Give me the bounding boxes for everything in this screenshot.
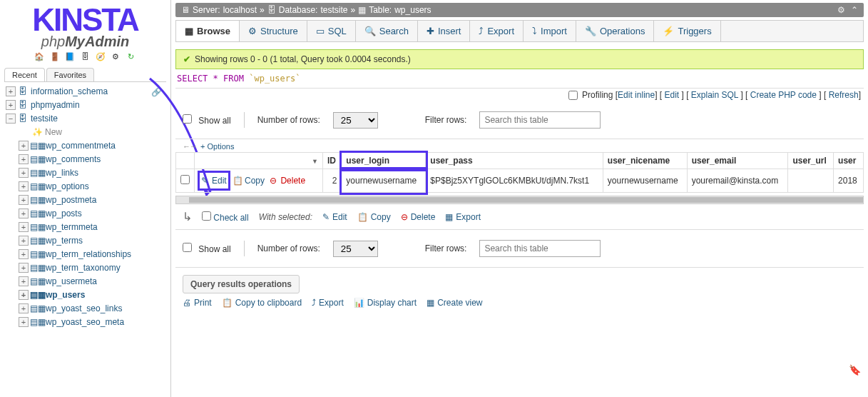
db-information_schema[interactable]: +🗄information_schema — [6, 85, 169, 99]
link-icon[interactable]: 🔗 — [151, 87, 162, 97]
browse-icon[interactable]: ▤ — [30, 168, 38, 178]
browse-icon[interactable]: ▤ — [30, 141, 38, 151]
expand-icon[interactable]: + — [6, 100, 16, 110]
horizontal-scrollbar[interactable] — [175, 196, 864, 204]
browse-icon[interactable]: ▤ — [30, 195, 38, 205]
collapse-icon[interactable]: ⌃ — [851, 5, 858, 15]
table-wp_yoast_seo_links[interactable]: +▤▦ wp_yoast_seo_links — [6, 302, 169, 316]
tab-search[interactable]: 🔍Search — [356, 21, 418, 41]
table-wp_term_relationships[interactable]: +▤▦ wp_term_relationships — [6, 248, 169, 261]
browse-icon[interactable]: ▤ — [30, 181, 38, 191]
tab-browse[interactable]: ▦Browse — [176, 21, 240, 41]
expand-icon[interactable]: + — [19, 181, 29, 191]
browse-icon[interactable]: ▤ — [30, 154, 38, 164]
qop-print[interactable]: 🖨Print — [183, 298, 212, 308]
cell-user-reg[interactable]: 2018 — [834, 169, 864, 193]
cell-user-nicename[interactable]: yournewusername — [603, 169, 687, 193]
tab-operations[interactable]: 🔧Operations — [576, 21, 655, 41]
create-php-link[interactable]: Create PHP code — [750, 90, 817, 100]
table-wp_comments[interactable]: +▤▦ wp_comments — [6, 153, 169, 166]
col-user-pass[interactable]: user_pass — [426, 153, 603, 169]
tab-structure[interactable]: ⚙Structure — [240, 21, 307, 41]
extra-options[interactable]: ← →+ Options — [175, 139, 864, 154]
cell-id[interactable]: 2 — [323, 169, 342, 193]
filter-input[interactable] — [479, 111, 601, 129]
browse-icon[interactable]: ▤ — [30, 290, 38, 300]
filter-input-2[interactable] — [479, 240, 601, 257]
col-id[interactable]: ID — [323, 153, 342, 169]
refresh-link[interactable]: Refresh — [829, 90, 859, 100]
table-wp_posts[interactable]: +▤▦ wp_posts — [6, 207, 169, 221]
expand-icon[interactable]: + — [19, 222, 29, 232]
sel-edit[interactable]: ✎Edit — [322, 212, 347, 222]
browse-icon[interactable]: ▤ — [30, 303, 38, 313]
table-wp_users[interactable]: +▤▦ wp_users — [6, 288, 169, 302]
breadcrumb-db[interactable]: testsite — [320, 5, 347, 15]
table-wp_links[interactable]: +▤▦ wp_links — [6, 166, 169, 180]
col-user-url[interactable]: user_url — [788, 153, 834, 169]
tab-import[interactable]: ⤵Import — [524, 21, 576, 41]
profiling-checkbox[interactable] — [568, 91, 578, 100]
tab-export[interactable]: ⤴Export — [470, 21, 524, 41]
table-wp_options[interactable]: +▤▦ wp_options — [6, 180, 169, 194]
col-user-reg[interactable]: user — [834, 153, 864, 169]
table-wp_term_taxonomy[interactable]: +▤▦ wp_term_taxonomy — [6, 261, 169, 275]
refresh-icon[interactable]: ↻ — [126, 52, 137, 64]
numrows-select-2[interactable]: 25 — [333, 241, 378, 257]
browse-icon[interactable]: ▤ — [30, 249, 38, 259]
numrows-select[interactable]: 25 — [333, 112, 378, 129]
sql-icon[interactable]: 🗄 — [80, 52, 91, 64]
expand-icon[interactable]: + — [19, 263, 29, 273]
browse-icon[interactable]: ▤ — [30, 276, 38, 286]
docs-icon[interactable]: 📘 — [64, 52, 76, 64]
tab-favorites[interactable]: Favorites — [46, 68, 94, 81]
table-wp_commentmeta[interactable]: +▤▦ wp_commentmeta — [6, 139, 169, 153]
showall-checkbox[interactable] — [183, 114, 192, 124]
home-icon[interactable]: 🏠 — [34, 52, 45, 64]
table-wp_usermeta[interactable]: +▤▦ wp_usermeta — [6, 275, 169, 288]
gear-icon[interactable]: ⚙ — [837, 5, 845, 15]
tab-insert[interactable]: ✚Insert — [418, 21, 471, 41]
edit-inline-link[interactable]: Edit inline — [618, 90, 655, 100]
cell-user-pass[interactable]: $P$Bjz5XYTglGOLc6KMBkUt/djMN.7kst1 — [426, 169, 603, 193]
qop-export[interactable]: ⤴Export — [312, 298, 344, 308]
table-wp_yoast_seo_meta[interactable]: +▤▦ wp_yoast_seo_meta — [6, 316, 169, 329]
tab-sql[interactable]: ▭SQL — [307, 21, 356, 41]
table-wp_postmeta[interactable]: +▤▦ wp_postmeta — [6, 194, 169, 207]
qop-copy-to-clipboard[interactable]: 📋Copy to clipboard — [222, 298, 302, 308]
expand-icon[interactable]: + — [19, 236, 29, 246]
tab-triggers[interactable]: ⚡Triggers — [654, 21, 720, 41]
settings-icon[interactable]: ⚙ — [110, 52, 121, 64]
cell-user-url[interactable] — [788, 169, 834, 193]
expand-icon[interactable]: + — [19, 141, 29, 151]
cell-user-login[interactable]: yournewusername — [342, 169, 426, 193]
browse-icon[interactable]: ▤ — [30, 317, 38, 327]
breadcrumb-server[interactable]: localhost — [223, 5, 257, 15]
col-user-email[interactable]: user_email — [687, 153, 788, 169]
cell-user-email[interactable]: youremail@kinsta.com — [687, 169, 788, 193]
sel-delete[interactable]: ⊖Delete — [401, 212, 436, 222]
expand-icon[interactable]: + — [19, 195, 29, 205]
row-copy[interactable]: 📋Copy — [233, 176, 265, 186]
new-table[interactable]: ✨New — [6, 126, 169, 139]
browse-icon[interactable]: ▤ — [30, 263, 38, 273]
browse-icon[interactable]: ▤ — [30, 208, 38, 218]
expand-icon[interactable]: + — [19, 317, 29, 327]
sel-copy[interactable]: 📋Copy — [357, 212, 391, 222]
expand-icon[interactable]: + — [19, 303, 29, 313]
browse-icon[interactable]: ▤ — [30, 222, 38, 232]
expand-icon[interactable]: + — [19, 154, 29, 164]
col-user-login[interactable]: user_login — [342, 153, 426, 169]
sel-export[interactable]: ▦Export — [445, 212, 481, 222]
table-wp_terms[interactable]: +▤▦ wp_terms — [6, 234, 169, 248]
qop-create-view[interactable]: ▦Create view — [427, 298, 482, 308]
tab-recent[interactable]: Recent — [4, 68, 45, 81]
breadcrumb-table[interactable]: wp_users — [394, 5, 431, 15]
table-wp_termmeta[interactable]: +▤▦ wp_termmeta — [6, 221, 169, 234]
browse-icon[interactable]: ▤ — [30, 236, 38, 246]
sort-icon[interactable]: ▼ — [312, 158, 318, 165]
expand-icon[interactable]: + — [6, 86, 16, 96]
row-delete[interactable]: ⊖Delete — [268, 176, 305, 186]
row-checkbox[interactable] — [180, 175, 190, 184]
expand-icon[interactable]: + — [19, 249, 29, 259]
